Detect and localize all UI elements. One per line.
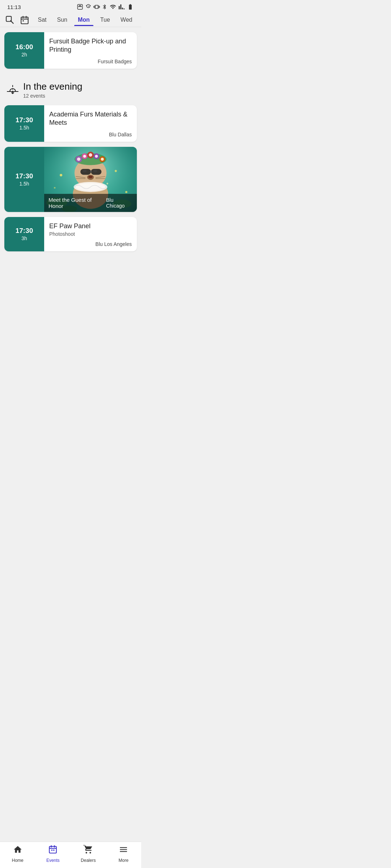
tab-sun[interactable]: Sun [54, 14, 71, 26]
calendar-icon [20, 16, 29, 25]
content-area: 16:00 2h Fursuit Badge Pick-up and Print… [0, 32, 141, 285]
academia-duration: 1.5h [19, 125, 29, 131]
academia-title: Academia Furs Materials & Meets [49, 110, 132, 127]
toolbar: Sat Sun Mon Tue Wed [0, 12, 141, 27]
svg-point-43 [83, 154, 86, 157]
svg-line-2 [10, 21, 13, 24]
guest-honor-location: Blu Chicago [106, 197, 133, 209]
paw-panel-location: Blu Los Angeles [49, 241, 132, 247]
paw-panel-details: EF Paw Panel Photoshoot Blu Los Angeles [44, 217, 137, 251]
guest-time: 17:30 [16, 172, 33, 180]
afternoon-details: Fursuit Badge Pick-up and Printing Fursu… [44, 32, 137, 69]
guest-time-block: 17:30 1.5h [4, 147, 44, 212]
evening-title-block: In the evening 12 events [23, 81, 82, 99]
svg-point-31 [83, 170, 87, 172]
tab-divider [0, 27, 141, 27]
bluetooth-icon [102, 4, 108, 10]
battery-icon [127, 4, 134, 10]
evening-title: In the evening [23, 81, 82, 92]
tab-wed[interactable]: Wed [117, 14, 136, 26]
svg-rect-7 [23, 20, 24, 21]
tab-sat[interactable]: Sat [34, 14, 50, 26]
tab-mon[interactable]: Mon [74, 14, 93, 26]
svg-rect-0 [77, 4, 83, 9]
svg-point-49 [101, 158, 104, 161]
event-card-academia[interactable]: 17:30 1.5h Academia Furs Materials & Mee… [4, 105, 137, 142]
wifi-icon [109, 4, 117, 10]
nav-spacer [4, 256, 137, 285]
afternoon-duration: 2h [21, 52, 27, 58]
alarm-icon [85, 4, 92, 10]
vibrate-icon [93, 4, 100, 10]
guest-image-area: Meet the Guest of Honor Blu Chicago [44, 147, 137, 212]
academia-time: 17:30 [16, 116, 33, 124]
evening-icon [6, 82, 20, 98]
paw-panel-time-block: 17:30 3h [4, 217, 44, 251]
afternoon-title: Fursuit Badge Pick-up and Printing [49, 37, 132, 54]
status-icons [77, 4, 134, 10]
tab-tue[interactable]: Tue [97, 14, 114, 26]
calendar-icon-btn[interactable] [18, 14, 31, 27]
svg-point-32 [93, 170, 97, 172]
nfc-icon [77, 4, 83, 10]
svg-rect-30 [90, 170, 92, 172]
search-icon [5, 16, 15, 25]
status-time: 11:13 [7, 4, 21, 10]
svg-point-20 [60, 174, 62, 176]
svg-rect-3 [21, 17, 28, 24]
svg-point-23 [54, 187, 56, 189]
svg-point-45 [89, 153, 92, 156]
event-card-paw-panel[interactable]: 17:30 3h EF Paw Panel Photoshoot Blu Los… [4, 217, 137, 251]
event-card-guest-honor[interactable]: 17:30 1.5h [4, 147, 137, 212]
academia-location: Blu Dallas [49, 132, 132, 137]
svg-point-22 [106, 183, 108, 184]
signal-icon [118, 4, 125, 10]
paw-panel-title: EF Paw Panel [49, 222, 132, 230]
search-icon-btn[interactable] [4, 14, 17, 27]
svg-point-24 [125, 191, 127, 193]
academia-details: Academia Furs Materials & Meets Blu Dall… [44, 105, 137, 142]
status-bar: 11:13 [0, 0, 141, 12]
academia-time-block: 17:30 1.5h [4, 105, 44, 142]
afternoon-time: 16:00 [16, 43, 33, 51]
svg-point-34 [88, 175, 93, 178]
evening-section-header: In the evening 12 events [4, 74, 137, 100]
guest-duration: 1.5h [19, 181, 29, 187]
afternoon-time-block: 16:00 2h [4, 32, 44, 69]
paw-panel-subtitle: Photoshoot [49, 231, 132, 237]
svg-point-41 [77, 157, 80, 161]
evening-count: 12 events [23, 93, 82, 99]
paw-panel-duration: 3h [21, 235, 27, 241]
day-tabs: Sat Sun Mon Tue Wed [33, 14, 138, 26]
afternoon-location: Fursuit Badges [49, 59, 132, 64]
svg-point-47 [95, 154, 98, 157]
guest-honor-overlay: Meet the Guest of Honor Blu Chicago [44, 194, 137, 212]
svg-point-21 [115, 170, 117, 172]
afternoon-event-card[interactable]: 16:00 2h Fursuit Badge Pick-up and Print… [4, 32, 137, 69]
paw-panel-time: 17:30 [16, 227, 33, 235]
guest-honor-title: Meet the Guest of Honor [49, 197, 106, 209]
